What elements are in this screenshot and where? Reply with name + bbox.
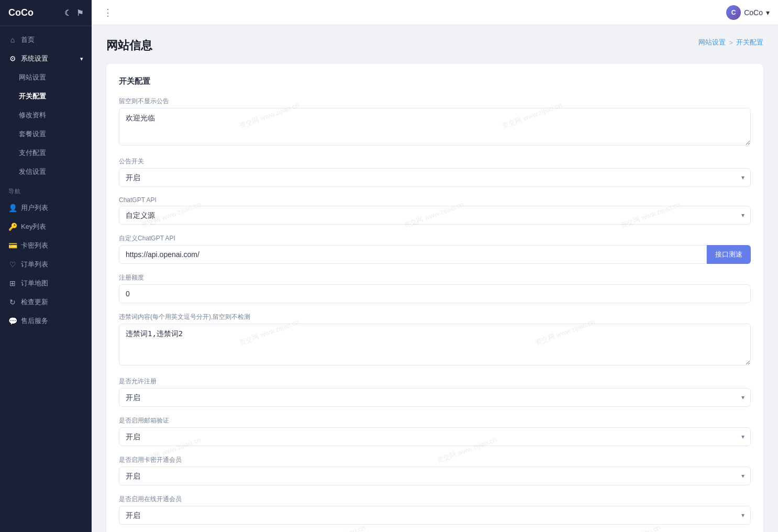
allow-register-label: 是否允许注册 [119, 377, 751, 386]
custom-api-input[interactable] [119, 245, 707, 264]
logo-text: CoCo [8, 7, 34, 18]
chatgpt-api-select[interactable]: 自定义源 官方源 [119, 206, 751, 225]
email-verify-select-wrapper: 开启 关闭 ▾ [119, 427, 751, 446]
sidebar-item-label: 检查更新 [21, 297, 48, 307]
online-membership-select[interactable]: 开启 关闭 [119, 506, 751, 525]
sidebar-item-label: 用户列表 [21, 203, 48, 213]
sidebar-item-label: 首页 [21, 35, 35, 45]
allow-register-select[interactable]: 开启 关闭 [119, 388, 751, 407]
announcement-switch-group: 公告开关 开启 关闭 ▾ [119, 157, 751, 187]
sidebar-item-label: 卡密列表 [21, 241, 48, 250]
banned-words-label: 违禁词内容(每个用英文逗号分开),留空则不检测 [119, 313, 751, 322]
register-quota-group: 注册额度 [119, 273, 751, 303]
announcement-switch-select[interactable]: 开启 关闭 [119, 168, 751, 187]
topbar-right: C CoCo ▾ [726, 5, 770, 20]
allow-register-group: 是否允许注册 开启 关闭 ▾ [119, 377, 751, 407]
topbar-username: CoCo [744, 8, 763, 17]
sidebar-item-label: 售后服务 [21, 316, 48, 326]
breadcrumb: 网站设置 > 开关配置 [698, 38, 763, 47]
topbar-chevron-icon: ▾ [766, 8, 770, 17]
settings-icon: ⚙ [8, 54, 17, 63]
heart-icon: ♡ [8, 260, 17, 269]
main-content: 网站信息 网站设置 > 开关配置 资交网 www.zijiao.cn资交网 ww… [92, 25, 778, 532]
sidebar-item-edit-profile[interactable]: 修改资料 [0, 106, 92, 125]
allow-register-select-wrapper: 开启 关闭 ▾ [119, 388, 751, 407]
sidebar-item-label: 订单列表 [21, 260, 48, 269]
breadcrumb-separator: > [729, 39, 733, 47]
register-quota-input[interactable] [119, 284, 751, 303]
sidebar-navigation: ⌂ 首页 ⚙ 系统设置 ▾ 网站设置 开关配置 修改资料 套餐设置 支付配置 发… [0, 26, 92, 335]
custom-api-input-wrapper: 接口测速 [119, 245, 751, 264]
topbar: ⋮ C CoCo ▾ [92, 0, 778, 25]
online-membership-group: 是否启用在线开通会员 开启 关闭 ▾ [119, 495, 751, 525]
card-membership-group: 是否启用卡密开通会员 开启 关闭 ▾ [119, 456, 751, 485]
sidebar-subitem-label: 网站设置 [19, 73, 46, 82]
avatar: C [726, 5, 741, 20]
sidebar-subitem-label: 支付配置 [19, 148, 46, 158]
sidebar-item-payment-config[interactable]: 支付配置 [0, 143, 92, 162]
sidebar-item-home[interactable]: ⌂ 首页 [0, 30, 92, 49]
sidebar-item-send-config[interactable]: 发信设置 [0, 162, 92, 181]
sidebar-item-package-settings[interactable]: 套餐设置 [0, 125, 92, 143]
page-header: 网站信息 网站设置 > 开关配置 [106, 38, 763, 53]
sidebar-item-order-map[interactable]: ⊞ 订单地图 [0, 274, 92, 293]
breadcrumb-parent[interactable]: 网站设置 [698, 38, 726, 47]
banned-words-group: 违禁词内容(每个用英文逗号分开),留空则不检测 违禁词1,违禁词2 [119, 313, 751, 368]
chat-icon: 💬 [8, 317, 17, 325]
sidebar-subitem-label: 开关配置 [19, 92, 46, 101]
sidebar-item-order-list[interactable]: ♡ 订单列表 [0, 255, 92, 274]
chatgpt-api-group: ChatGPT API 自定义源 官方源 ▾ [119, 196, 751, 225]
custom-api-group: 自定义ChatGPT API 接口测速 [119, 234, 751, 264]
main-container: ⋮ C CoCo ▾ 网站信息 网站设置 > 开关配置 资交网 www.ziji… [92, 0, 778, 532]
custom-api-label: 自定义ChatGPT API [119, 234, 751, 243]
sidebar-subitem-label: 修改资料 [19, 110, 46, 120]
email-verify-group: 是否启用邮箱验证 开启 关闭 ▾ [119, 416, 751, 446]
sidebar-section-nav: 导航 [0, 181, 92, 198]
sidebar-item-system-settings[interactable]: ⚙ 系统设置 ▾ [0, 49, 92, 68]
form-section-title: 开关配置 [119, 76, 751, 86]
email-verify-label: 是否启用邮箱验证 [119, 416, 751, 425]
breadcrumb-current: 开关配置 [736, 38, 763, 47]
sidebar-subitem-label: 套餐设置 [19, 129, 46, 139]
chevron-down-icon: ▾ [80, 56, 83, 62]
sidebar: CoCo ☾ ⚑ ⌂ 首页 ⚙ 系统设置 ▾ 网站设置 开关配置 修改资料 套餐… [0, 0, 92, 532]
notification-icon[interactable]: ⚑ [76, 8, 83, 18]
form-card: 资交网 www.zijiao.cn资交网 www.zijiao.cn资交网 ww… [106, 64, 763, 532]
home-icon: ⌂ [8, 36, 17, 44]
announcement-textarea[interactable]: 欢迎光临 [119, 108, 751, 146]
sidebar-subitem-label: 发信设置 [19, 167, 46, 176]
chatgpt-api-label: ChatGPT API [119, 196, 751, 204]
announcement-label: 留空则不显示公告 [119, 97, 751, 106]
user-icon: 👤 [8, 204, 17, 212]
sidebar-item-user-list[interactable]: 👤 用户列表 [0, 198, 92, 217]
online-membership-label: 是否启用在线开通会员 [119, 495, 751, 504]
sidebar-item-switch-config[interactable]: 开关配置 [0, 87, 92, 106]
key-icon: 🔑 [8, 223, 17, 231]
sidebar-item-label: 订单地图 [21, 279, 48, 288]
sidebar-item-card-list[interactable]: 💳 卡密列表 [0, 236, 92, 255]
dark-mode-icon[interactable]: ☾ [64, 8, 71, 18]
topbar-user-menu[interactable]: C CoCo ▾ [726, 5, 770, 20]
sidebar-item-check-update[interactable]: ↻ 检查更新 [0, 293, 92, 312]
topbar-menu-button[interactable]: ⋮ [100, 5, 116, 20]
sidebar-item-after-sales[interactable]: 💬 售后服务 [0, 312, 92, 330]
test-api-button[interactable]: 接口测速 [707, 245, 751, 264]
grid-icon: ⊞ [8, 279, 17, 287]
chatgpt-api-select-wrapper: 自定义源 官方源 ▾ [119, 206, 751, 225]
sidebar-item-label: Key列表 [21, 222, 46, 231]
register-quota-label: 注册额度 [119, 273, 751, 282]
card-membership-select[interactable]: 开启 关闭 [119, 467, 751, 485]
sidebar-logo: CoCo ☾ ⚑ [0, 0, 92, 26]
sidebar-item-key-list[interactable]: 🔑 Key列表 [0, 217, 92, 236]
card-membership-select-wrapper: 开启 关闭 ▾ [119, 467, 751, 485]
card-icon: 💳 [8, 241, 17, 250]
refresh-icon: ↻ [8, 298, 17, 306]
email-verify-select[interactable]: 开启 关闭 [119, 427, 751, 446]
banned-words-textarea[interactable]: 违禁词1,违禁词2 [119, 324, 751, 365]
topbar-left: ⋮ [100, 5, 116, 20]
sidebar-item-website-settings[interactable]: 网站设置 [0, 68, 92, 87]
announcement-switch-label: 公告开关 [119, 157, 751, 166]
sidebar-item-label: 系统设置 [21, 54, 48, 63]
online-membership-select-wrapper: 开启 关闭 ▾ [119, 506, 751, 525]
announcement-switch-select-wrapper: 开启 关闭 ▾ [119, 168, 751, 187]
